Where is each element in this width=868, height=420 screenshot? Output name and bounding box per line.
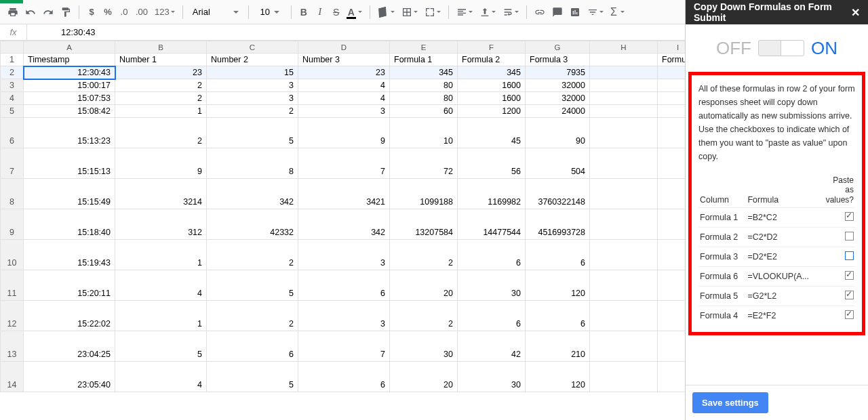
cell[interactable]: 210 xyxy=(526,331,590,362)
row-header-7[interactable]: 7 xyxy=(1,148,24,179)
cell[interactable]: 6 xyxy=(458,301,526,331)
row-header-2[interactable]: 2 xyxy=(1,66,24,79)
cell[interactable]: 2 xyxy=(115,118,207,148)
col-header-G[interactable]: G xyxy=(526,41,590,54)
undo-icon[interactable] xyxy=(23,4,38,20)
cell[interactable]: 2 xyxy=(115,79,207,92)
cell[interactable] xyxy=(590,118,658,148)
cell[interactable] xyxy=(590,270,658,301)
print-icon[interactable] xyxy=(5,4,20,20)
cell[interactable]: 3214 xyxy=(115,179,207,209)
header-cell[interactable]: Formula 3 xyxy=(526,54,590,66)
cell[interactable]: 120 xyxy=(526,362,590,392)
cell[interactable]: 4 xyxy=(115,362,207,392)
paint-format-icon[interactable] xyxy=(58,4,73,20)
close-icon[interactable]: ✕ xyxy=(851,6,860,19)
cell[interactable] xyxy=(590,179,658,209)
cell[interactable]: 72 xyxy=(390,148,458,179)
cell[interactable]: 60 xyxy=(390,105,458,118)
cell[interactable]: 5 xyxy=(115,331,207,362)
cell[interactable] xyxy=(590,362,658,392)
cell[interactable] xyxy=(658,240,686,270)
increase-decimal[interactable]: .00 xyxy=(134,4,150,20)
insert-link-icon[interactable] xyxy=(532,4,547,20)
cell[interactable] xyxy=(590,105,658,118)
col-header-E[interactable]: E xyxy=(390,41,458,54)
cell[interactable]: 1600 xyxy=(458,92,526,105)
cell[interactable] xyxy=(590,92,658,105)
strikethrough-icon[interactable]: S xyxy=(330,4,343,20)
cell[interactable]: 1600 xyxy=(458,79,526,92)
cell[interactable]: 20 xyxy=(390,270,458,301)
cell[interactable]: 23 xyxy=(298,66,390,79)
cell[interactable]: 15:22:02 xyxy=(24,301,115,331)
format-percent[interactable]: % xyxy=(101,4,115,20)
insert-chart-icon[interactable] xyxy=(568,4,583,20)
cell[interactable]: 3760322148 xyxy=(526,179,590,209)
cell[interactable]: 6 xyxy=(458,240,526,270)
header-cell[interactable]: Formula 2 xyxy=(458,54,526,66)
cell[interactable]: 6 xyxy=(526,240,590,270)
select-all-corner[interactable] xyxy=(1,41,24,54)
cell[interactable]: 13207584 xyxy=(390,209,458,240)
col-header-F[interactable]: F xyxy=(458,41,526,54)
row-header-4[interactable]: 4 xyxy=(1,92,24,105)
cell[interactable]: 30 xyxy=(458,270,526,301)
row-header-3[interactable]: 3 xyxy=(1,79,24,92)
bold-icon[interactable]: B xyxy=(297,4,311,20)
cell[interactable] xyxy=(590,301,658,331)
cell[interactable]: 2 xyxy=(115,92,207,105)
cell[interactable]: 15:15:13 xyxy=(24,148,115,179)
cell[interactable]: 15:07:53 xyxy=(24,92,115,105)
header-cell[interactable]: Number 1 xyxy=(115,54,207,66)
cell[interactable]: 15:13:23 xyxy=(24,118,115,148)
cell[interactable]: 504 xyxy=(526,148,590,179)
cell[interactable]: 15 xyxy=(207,66,298,79)
cell[interactable]: 45 xyxy=(458,118,526,148)
cell[interactable] xyxy=(658,79,686,92)
col-header-C[interactable]: C xyxy=(207,41,298,54)
header-cell[interactable]: Formula 6 xyxy=(658,54,686,66)
cell[interactable] xyxy=(658,179,686,209)
merge-cells-dropdown[interactable] xyxy=(422,4,443,20)
cell[interactable]: 2 xyxy=(207,240,298,270)
cell[interactable]: 3 xyxy=(207,79,298,92)
paste-values-checkbox[interactable] xyxy=(845,271,854,280)
format-currency[interactable]: $ xyxy=(85,4,98,20)
cell[interactable]: 6 xyxy=(298,270,390,301)
cell[interactable]: 1200 xyxy=(458,105,526,118)
cell[interactable]: 15:19:43 xyxy=(24,240,115,270)
row-header-6[interactable]: 6 xyxy=(1,118,24,148)
cell[interactable] xyxy=(590,148,658,179)
cell[interactable]: 23 xyxy=(115,66,207,79)
cell[interactable] xyxy=(658,148,686,179)
paste-values-checkbox[interactable] xyxy=(845,251,854,260)
col-header-D[interactable]: D xyxy=(298,41,390,54)
font-size-select[interactable]: 10 xyxy=(254,4,285,20)
cell[interactable]: 2 xyxy=(207,301,298,331)
header-cell[interactable]: Number 3 xyxy=(298,54,390,66)
font-family-select[interactable]: Arial xyxy=(189,4,243,20)
cell[interactable]: 80 xyxy=(390,79,458,92)
paste-values-checkbox[interactable] xyxy=(845,232,854,240)
cell[interactable]: 5 xyxy=(207,270,298,301)
filter-dropdown[interactable] xyxy=(585,4,606,20)
cell[interactable]: 3 xyxy=(207,92,298,105)
row-header-5[interactable]: 5 xyxy=(1,105,24,118)
header-cell[interactable]: Timestamp xyxy=(24,54,115,66)
cell[interactable]: 15:18:40 xyxy=(24,209,115,240)
text-wrap-dropdown[interactable] xyxy=(500,4,521,20)
cell[interactable]: 1099188 xyxy=(390,179,458,209)
redo-icon[interactable] xyxy=(41,4,56,20)
cell[interactable]: 15:08:42 xyxy=(24,105,115,118)
col-header-B[interactable]: B xyxy=(115,41,207,54)
row-header-8[interactable]: 8 xyxy=(1,179,24,209)
spreadsheet-grid[interactable]: ABCDEFGHI1TimestampNumber 1Number 2Numbe… xyxy=(0,41,685,420)
cell[interactable]: 23:04:25 xyxy=(24,331,115,362)
cell[interactable]: 5 xyxy=(207,362,298,392)
save-settings-button[interactable]: Save settings xyxy=(692,392,768,413)
cell[interactable]: 23:05:40 xyxy=(24,362,115,392)
cell[interactable]: 90 xyxy=(526,118,590,148)
enable-toggle[interactable] xyxy=(758,40,804,56)
cell[interactable]: 4 xyxy=(115,270,207,301)
